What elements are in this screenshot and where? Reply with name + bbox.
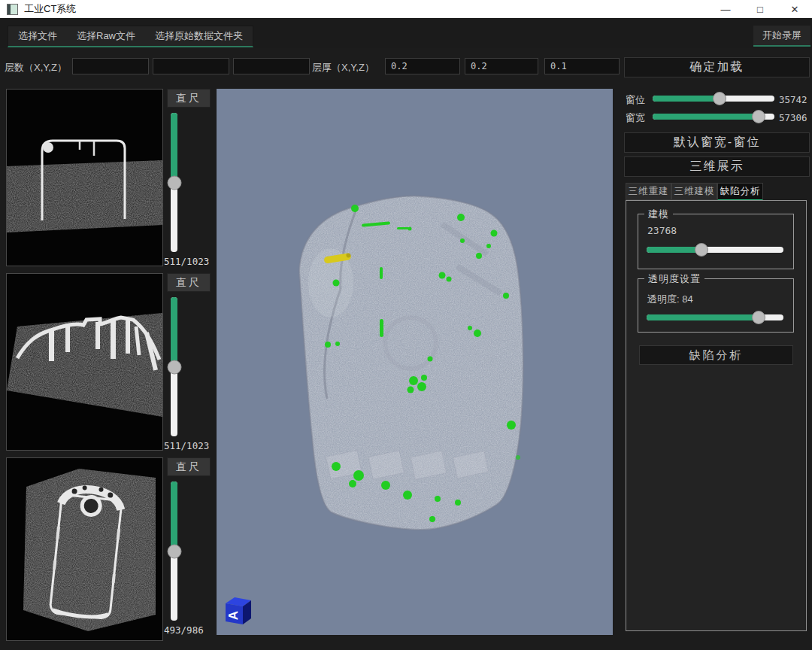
ct-slice-view-xy[interactable]	[6, 89, 163, 266]
opacity-groupbox: 透明度设置 透明度: 84	[638, 278, 794, 333]
slice-slider-1-fill	[171, 113, 177, 183]
modeling-group-title: 建模	[644, 208, 673, 221]
slice-slider-2[interactable]	[171, 297, 177, 436]
tab-defect-analysis[interactable]: 缺陷分析	[717, 183, 763, 201]
title-bar: 工业CT系统 — □ ✕	[0, 0, 812, 18]
modeling-slider-fill	[647, 247, 701, 253]
modeling-groupbox: 建模 23768	[638, 214, 794, 269]
modeling-slider[interactable]	[647, 247, 783, 253]
svg-text:A: A	[226, 611, 241, 620]
ct-slice-image-3	[7, 458, 162, 640]
ruler-button-2[interactable]: 直尺	[167, 273, 211, 292]
window-width-slider[interactable]	[653, 114, 774, 120]
ct-slice-image-2	[7, 274, 162, 450]
opacity-slider[interactable]	[647, 314, 783, 320]
ct-slice-view-xz[interactable]	[6, 273, 163, 451]
tab-3d-reconstruction[interactable]: 三维重建	[626, 183, 671, 200]
opacity-slider-fill	[647, 314, 759, 320]
window-width-value: 57306	[779, 112, 807, 123]
slice-slider-1-value: 511/1023	[164, 256, 212, 267]
slice-slider-1[interactable]	[171, 113, 177, 252]
window-level-slider-handle[interactable]	[713, 92, 726, 105]
slice-slider-3-handle[interactable]	[167, 544, 181, 558]
window-width-slider-fill	[653, 114, 759, 120]
window-level-label: 窗位	[626, 93, 645, 107]
ct-slice-image-1	[7, 90, 162, 266]
select-raw-data-folder-button[interactable]: 选择原始数据文件夹	[145, 26, 253, 46]
layers-label: 层数（X,Y,Z）	[5, 61, 67, 74]
modeling-slider-handle[interactable]	[695, 243, 708, 257]
window-level-slider[interactable]	[653, 96, 774, 102]
default-ww-wl-button[interactable]: 默认窗宽-窗位	[624, 132, 810, 153]
slice-slider-3[interactable]	[171, 481, 177, 621]
slice-slider-1-handle[interactable]	[167, 175, 181, 190]
window-level-slider-fill	[653, 96, 720, 102]
layers-y-input[interactable]	[153, 58, 229, 74]
slice-slider-3-fill	[171, 481, 177, 551]
vtk-cube-logo: A	[222, 594, 253, 627]
viewport-3d[interactable]: A	[217, 89, 613, 635]
ct-slice-view-yz[interactable]	[6, 457, 163, 641]
start-recording-button[interactable]: 开始录屏	[753, 26, 810, 47]
file-menu-group: 选择文件 选择Raw文件 选择原始数据文件夹	[8, 26, 253, 47]
layers-x-input[interactable]	[72, 58, 149, 74]
layers-z-input[interactable]	[233, 58, 310, 74]
window-width-slider-handle[interactable]	[752, 110, 765, 123]
ruler-button-1[interactable]: 直尺	[167, 89, 211, 108]
opacity-value-label: 透明度: 84	[647, 293, 693, 306]
modeling-value: 23768	[647, 225, 677, 236]
slice-slider-2-handle[interactable]	[167, 360, 181, 374]
slice-slider-2-fill	[171, 297, 177, 367]
select-file-button[interactable]: 选择文件	[8, 26, 67, 46]
slice-slider-2-value: 511/1023	[164, 440, 212, 451]
menu-strip: 选择文件 选择Raw文件 选择原始数据文件夹 开始录屏	[0, 18, 812, 48]
close-button[interactable]: ✕	[777, 0, 812, 18]
window-width-label: 窗宽	[626, 111, 645, 125]
thickness-x-input[interactable]	[385, 58, 460, 74]
window-level-value: 35742	[779, 94, 807, 105]
minimize-button[interactable]: —	[708, 0, 743, 18]
slice-slider-3-value: 493/986	[164, 624, 212, 636]
confirm-load-button[interactable]: 确定加载	[624, 57, 810, 77]
thickness-label: 层厚（X,Y,Z）	[312, 61, 374, 74]
maximize-button[interactable]: □	[743, 0, 777, 18]
thickness-y-input[interactable]	[465, 58, 538, 74]
app-icon	[7, 4, 18, 15]
defect-analysis-button[interactable]: 缺陷分析	[639, 345, 793, 365]
opacity-slider-handle[interactable]	[752, 311, 765, 324]
thickness-z-input[interactable]	[544, 58, 620, 74]
window-title: 工业CT系统	[24, 2, 76, 16]
volume-render-3d	[217, 89, 613, 635]
select-raw-file-button[interactable]: 选择Raw文件	[67, 26, 145, 46]
industrial-ct-app-window: 工业CT系统 — □ ✕ 选择文件 选择Raw文件 选择原始数据文件夹 开始录屏…	[0, 0, 812, 650]
ruler-button-3[interactable]: 直尺	[167, 457, 211, 476]
opacity-group-title: 透明度设置	[644, 272, 704, 286]
show-3d-button[interactable]: 三维展示	[624, 156, 810, 177]
tab-3d-modeling[interactable]: 三维建模	[671, 183, 717, 200]
